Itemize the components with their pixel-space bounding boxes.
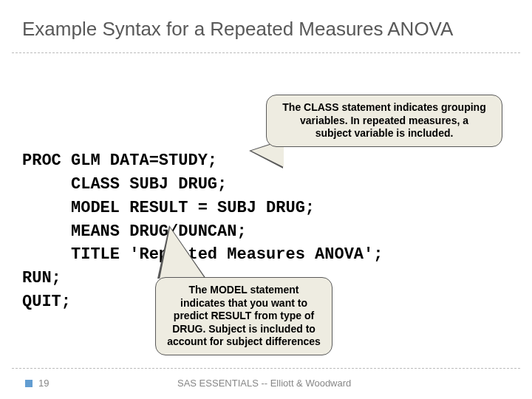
callout-class-line3: subject variable is included. — [316, 127, 454, 139]
footer: 19 SAS ESSENTIALS -- Elliott & Woodward — [0, 368, 532, 399]
callout-model-line1: The MODEL statement — [188, 284, 299, 296]
code-line-1: PROC GLM DATA=STUDY; — [22, 151, 217, 170]
page-number-group: 19 — [25, 378, 49, 389]
callout-model-line2: indicates that you want to — [180, 297, 307, 309]
page-number: 19 — [38, 378, 49, 389]
bullet-icon — [25, 380, 33, 387]
callout-class-line2a: variables. In repeated measures, a — [300, 115, 468, 126]
code-line-4: MEANS DRUG/DUNCAN; — [22, 222, 247, 241]
callout-model-line5: account for subject differences — [167, 335, 321, 347]
callout-model-line3: predict RESULT from type of — [174, 310, 314, 321]
divider-bottom — [12, 368, 520, 369]
code-line-3: MODEL RESULT = SUBJ DRUG; — [22, 199, 315, 217]
divider-top — [12, 52, 520, 53]
footer-text: SAS ESSENTIALS -- Elliott & Woodward — [177, 378, 351, 389]
code-line-6: RUN; — [22, 269, 61, 287]
callout-class: The CLASS statement indicates grouping v… — [266, 95, 502, 147]
callout-class-line1: The CLASS statement indicates grouping — [282, 101, 485, 113]
callout-model-line4: DRUG. Subject is included to — [172, 323, 316, 335]
code-line-7: QUIT; — [22, 293, 71, 311]
code-line-2: CLASS SUBJ DRUG; — [22, 175, 227, 194]
callout-model: The MODEL statement indicates that you w… — [155, 277, 332, 355]
callout-model-tail — [160, 228, 205, 279]
slide-title: Example Syntax for a Repeated Measures A… — [0, 0, 532, 48]
